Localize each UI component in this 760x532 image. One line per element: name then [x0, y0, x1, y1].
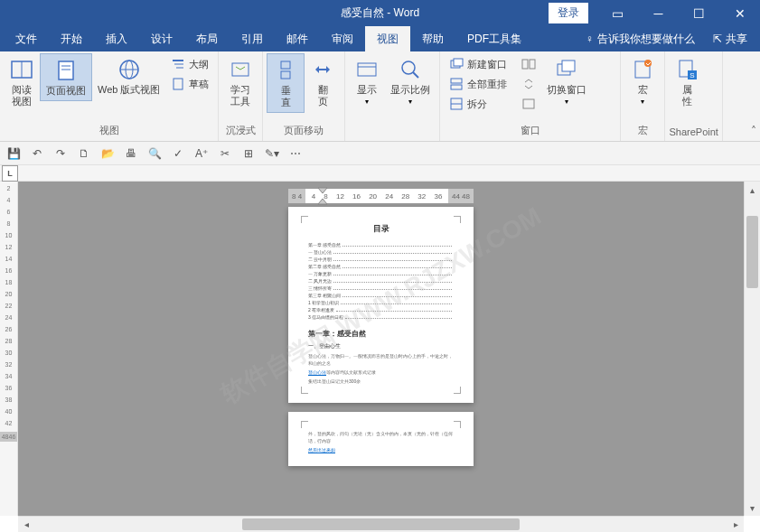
print-icon[interactable]: 🖶: [123, 145, 139, 162]
find-icon[interactable]: A⁺: [193, 145, 210, 162]
tab-review[interactable]: 审阅: [320, 26, 365, 51]
learning-tools-button[interactable]: 学习 工具: [222, 53, 258, 111]
show-button[interactable]: 显示 ▾: [349, 53, 385, 109]
svg-rect-11: [174, 79, 183, 89]
arrange-all-button[interactable]: 全部重排: [446, 75, 511, 93]
view-side-button[interactable]: [518, 55, 540, 73]
tab-insert[interactable]: 插入: [94, 26, 139, 51]
close-icon[interactable]: ✕: [719, 0, 760, 26]
minimize-icon[interactable]: ─: [638, 0, 679, 26]
reset-window-icon: [521, 97, 536, 111]
horizontal-scrollbar[interactable]: ◂ ▸: [18, 516, 744, 532]
vertical-ruler[interactable]: 2468101214161820222426283032343638404248…: [0, 182, 18, 516]
vertical-button[interactable]: 垂 直: [267, 53, 305, 113]
split-icon: [449, 97, 464, 111]
side-to-side-button[interactable]: 翻 页: [305, 53, 341, 111]
svg-rect-25: [522, 60, 528, 69]
share-icon: ⇱: [713, 33, 722, 45]
collapse-ribbon-icon[interactable]: ˄: [751, 125, 756, 137]
document-area[interactable]: 8 4 4812162024283236 44 48 软件自学网 WWW.RJZ…: [18, 182, 744, 516]
group-label-sharepoint: SharePoint: [669, 125, 718, 139]
zoom-icon: [398, 57, 423, 82]
properties-icon: S: [674, 57, 699, 82]
spelling-icon[interactable]: ✓: [170, 145, 186, 162]
macros-icon: [630, 57, 655, 82]
group-label-immersive: 沉浸式: [222, 122, 258, 139]
svg-rect-14: [281, 71, 290, 79]
svg-rect-13: [281, 61, 290, 69]
save-icon[interactable]: 💾: [5, 145, 22, 162]
ribbon-display-icon[interactable]: ▭: [597, 0, 638, 26]
table-icon[interactable]: ⊞: [240, 145, 257, 162]
redo-icon[interactable]: ↷: [52, 145, 69, 162]
new-window-button[interactable]: 新建窗口: [446, 55, 511, 73]
share-button[interactable]: ⇱ 共享: [704, 32, 756, 47]
switch-windows-button[interactable]: 切换窗口 ▾: [541, 53, 592, 109]
learning-tools-icon: [228, 57, 253, 82]
ruler-row: L: [0, 165, 760, 182]
svg-point-31: [644, 60, 652, 67]
document-page-2[interactable]: 外，登的风吹，问句（无论（无）含义中的内，本页（无的，针在（任何话，行内容 然后…: [288, 412, 474, 466]
tell-me[interactable]: ♀ 告诉我你想要做什么: [577, 32, 704, 47]
print-preview-icon[interactable]: 🔍: [146, 145, 163, 162]
vertical-scrollbar[interactable]: ▴ ▾: [744, 182, 760, 516]
zoom-button[interactable]: 显示比例 ▾: [385, 53, 436, 109]
scroll-up-icon[interactable]: ▴: [745, 182, 760, 198]
reset-window-button[interactable]: [518, 95, 540, 113]
scroll-down-icon[interactable]: ▾: [745, 499, 760, 516]
vertical-icon: [273, 58, 298, 83]
side-by-side-icon: [521, 57, 536, 71]
svg-rect-15: [358, 63, 376, 76]
open-icon[interactable]: 📂: [99, 145, 116, 162]
tab-selector[interactable]: L: [2, 165, 18, 182]
maximize-icon[interactable]: ☐: [679, 0, 719, 26]
svg-rect-2: [59, 61, 73, 79]
print-layout-button[interactable]: 页面视图: [40, 53, 92, 101]
section-heading: 一、登由心生: [308, 342, 454, 350]
tab-layout[interactable]: 布局: [184, 26, 230, 51]
document-page-1[interactable]: 软件自学网 WWW.RJZXW.COM 目录 第一章 感受自然 一 登山心法 二…: [288, 207, 474, 403]
tab-references[interactable]: 引用: [230, 26, 275, 51]
tab-home[interactable]: 开始: [49, 26, 94, 51]
macros-button[interactable]: 宏 ▾: [624, 53, 661, 109]
outline-button[interactable]: 大纲: [167, 55, 212, 73]
scroll-right-icon[interactable]: ▸: [727, 517, 744, 532]
tab-view[interactable]: 视图: [365, 26, 410, 51]
tab-mailings[interactable]: 邮件: [275, 26, 320, 51]
sync-scroll-icon: [521, 77, 536, 91]
chapter-heading: 第一章：感受自然: [308, 329, 454, 339]
flip-icon: [310, 57, 335, 82]
ribbon: 阅读 视图 页面视图 Web 版式视图 大纲 草稿 视图 学习 工具 沉浸: [0, 51, 760, 142]
horizontal-ruler[interactable]: 8 4 4812162024283236 44 48: [288, 189, 474, 203]
cut-icon[interactable]: ✂: [217, 145, 233, 162]
main-area: 2468101214161820222426283032343638404248…: [0, 182, 760, 516]
chevron-down-icon: ▾: [365, 98, 369, 106]
read-mode-button[interactable]: 阅读 视图: [4, 53, 40, 111]
svg-rect-20: [454, 59, 463, 66]
split-button[interactable]: 拆分: [446, 95, 511, 113]
sync-scroll-button[interactable]: [518, 75, 540, 93]
scroll-thumb-h[interactable]: [242, 518, 520, 530]
scroll-left-icon[interactable]: ◂: [18, 517, 34, 532]
tab-design[interactable]: 设计: [139, 26, 184, 51]
chevron-down-icon: ▾: [641, 98, 644, 106]
hyperlink[interactable]: 登山心法: [308, 369, 326, 375]
title-bar: 感受自然 - Word 登录 ▭ ─ ☐ ✕: [0, 0, 760, 26]
new-icon[interactable]: 🗋: [76, 145, 92, 162]
web-layout-button[interactable]: Web 版式视图: [92, 53, 165, 99]
arrange-icon: [449, 77, 464, 91]
indent-marker-icon[interactable]: [317, 187, 328, 205]
tab-pdf[interactable]: PDF工具集: [455, 26, 533, 51]
login-button[interactable]: 登录: [549, 3, 588, 23]
tab-help[interactable]: 帮助: [410, 26, 455, 51]
scroll-thumb[interactable]: [746, 216, 758, 288]
draft-button[interactable]: 草稿: [167, 75, 212, 93]
svg-text:S: S: [690, 71, 695, 79]
properties-button[interactable]: S 属 性: [669, 53, 705, 111]
draw-icon[interactable]: ✎▾: [264, 145, 280, 162]
menu-bar: 文件 开始 插入 设计 布局 引用 邮件 审阅 视图 帮助 PDF工具集 ♀ 告…: [0, 26, 760, 51]
tab-file[interactable]: 文件: [4, 26, 49, 51]
customize-icon[interactable]: ⋯: [287, 145, 304, 162]
undo-icon[interactable]: ↶: [29, 145, 45, 162]
print-layout-icon: [53, 58, 79, 83]
